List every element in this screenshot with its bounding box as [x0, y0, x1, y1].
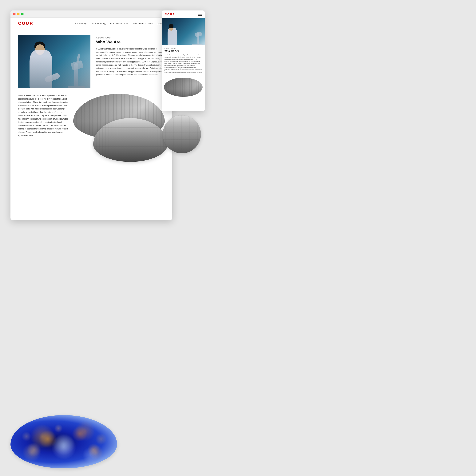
cell-particles [11, 415, 117, 468]
slider-dots [76, 131, 77, 136]
mobile-about-label: ABOUT COUR [165, 48, 202, 49]
mobile-crowd-image [164, 78, 203, 97]
mobile-browser: COUR ABOUT COUR Who We [162, 11, 205, 111]
dot-2 [76, 133, 77, 134]
about-body: COUR Pharmaceuticals is developing first… [96, 47, 165, 76]
mobile-about-body: COUR Pharmaceuticals is developing first… [165, 54, 202, 73]
dot-3 [76, 135, 77, 136]
mobile-about-section: ABOUT COUR Who We Are COUR Pharmaceutica… [162, 45, 205, 76]
dot-active [96, 152, 98, 153]
about-title: Who We Are [96, 40, 165, 45]
dot-1 [76, 131, 77, 132]
desktop-browser: COUR Our Company Our Technology Our Clin… [11, 11, 172, 220]
crowd-slider-dots [96, 152, 98, 158]
mid-text: Immune-related diseases are more prevale… [18, 94, 69, 137]
mobile-hero-image [162, 18, 205, 45]
hero-section: ABOUT COUR Who We Are COUR Pharmaceutica… [11, 29, 172, 94]
mobile-logo[interactable]: COUR [165, 13, 175, 16]
hamburger-menu[interactable] [198, 13, 202, 16]
nav-our-technology[interactable]: Our Technology [91, 22, 106, 25]
desktop-logo[interactable]: COUR [18, 21, 34, 26]
close-button[interactable] [13, 13, 16, 15]
about-label: ABOUT COUR [96, 37, 165, 39]
nav-links: Our Company Our Technology Our Clinical … [73, 22, 165, 25]
crowd-fill-mobile [163, 115, 201, 153]
about-text-block: ABOUT COUR Who We Are COUR Pharmaceutica… [96, 35, 165, 76]
page-container: COUR Our Company Our Technology Our Clin… [0, 0, 476, 476]
minimize-button[interactable] [17, 13, 20, 15]
nav-our-company[interactable]: Our Company [73, 22, 86, 25]
scientist-figure [26, 41, 60, 88]
mobile-scientist [166, 22, 181, 45]
desktop-nav: COUR Our Company Our Technology Our Clin… [11, 18, 172, 29]
nav-clinical-trials[interactable]: Our Clinical Trials [110, 22, 128, 25]
cell-section [11, 415, 117, 468]
browser-titlebar [11, 11, 172, 18]
mobile-nav: COUR [162, 11, 205, 18]
crowd-section-small [163, 115, 201, 153]
mobile-about-title: Who We Are [165, 50, 202, 52]
nav-publications[interactable]: Publications & Media [132, 22, 153, 25]
dot-2 [96, 154, 98, 156]
maximize-button[interactable] [21, 13, 24, 15]
dot-3 [96, 157, 98, 158]
hero-image [18, 35, 90, 88]
